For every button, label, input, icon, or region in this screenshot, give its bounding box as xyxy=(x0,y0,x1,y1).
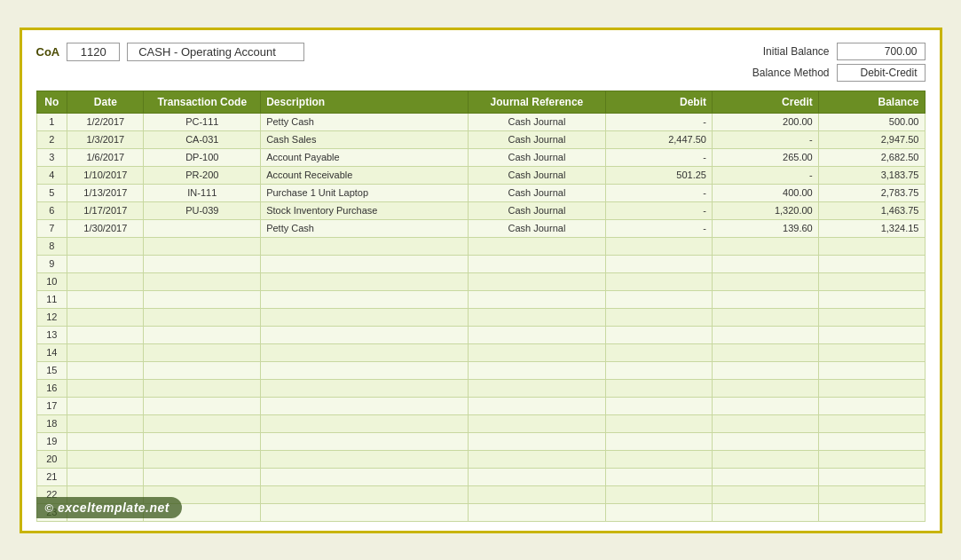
table-cell xyxy=(144,379,261,397)
table-cell: Cash Journal xyxy=(468,130,606,148)
table-row: 71/30/2017Petty CashCash Journal-139.601… xyxy=(36,219,925,237)
cash-journal-table: No Date Transaction Code Description Jou… xyxy=(36,91,926,522)
table-cell xyxy=(606,379,713,397)
table-cell: 15 xyxy=(36,361,67,379)
table-cell xyxy=(261,450,468,468)
col-header-desc: Description xyxy=(261,91,468,113)
table-cell xyxy=(713,326,819,343)
header-section: CoA 1120 CASH - Operating Account Initia… xyxy=(36,43,926,82)
table-cell xyxy=(818,485,925,503)
col-header-debit: Debit xyxy=(606,91,713,113)
table-cell xyxy=(67,450,144,468)
table-cell xyxy=(468,361,606,379)
table-cell xyxy=(67,255,144,272)
table-row: 19 xyxy=(36,432,925,450)
table-cell: 1,324.15 xyxy=(818,219,925,237)
coa-label: CoA xyxy=(36,45,60,59)
table-cell xyxy=(606,308,713,326)
table-cell xyxy=(818,468,925,485)
table-cell xyxy=(261,414,468,432)
table-cell xyxy=(67,326,144,343)
table-row: 11/2/2017PC-111Petty CashCash Journal-20… xyxy=(36,113,925,130)
table-cell xyxy=(713,237,819,255)
table-cell xyxy=(144,432,261,450)
table-cell xyxy=(606,237,713,255)
col-header-journal: Journal Reference xyxy=(468,91,606,113)
table-cell: - xyxy=(606,113,713,130)
table-cell: Cash Journal xyxy=(468,148,606,166)
table-cell: Cash Sales xyxy=(261,130,468,148)
table-cell xyxy=(713,343,819,361)
table-cell xyxy=(468,485,606,503)
table-cell xyxy=(67,414,144,432)
table-row: 18 xyxy=(36,414,925,432)
balance-method-row: Balance Method Debit-Credit xyxy=(732,64,926,82)
table-cell xyxy=(144,414,261,432)
col-header-transcode: Transaction Code xyxy=(144,91,261,113)
table-cell xyxy=(818,290,925,308)
table-cell xyxy=(606,272,713,290)
table-cell xyxy=(67,361,144,379)
table-cell xyxy=(468,237,606,255)
table-cell: 16 xyxy=(36,379,67,397)
table-cell: CA-031 xyxy=(144,130,261,148)
table-cell: 1/13/2017 xyxy=(67,184,144,201)
table-cell: 6 xyxy=(36,201,67,219)
table-cell xyxy=(468,414,606,432)
table-cell: 17 xyxy=(36,397,67,414)
table-cell: Account Payable xyxy=(261,148,468,166)
table-cell xyxy=(67,343,144,361)
table-cell: 500.00 xyxy=(818,113,925,130)
table-cell xyxy=(67,397,144,414)
balance-section: Initial Balance 700.00 Balance Method De… xyxy=(732,43,926,82)
table-cell xyxy=(713,503,819,521)
col-header-date: Date xyxy=(67,91,144,113)
table-cell xyxy=(144,468,261,485)
table-cell xyxy=(67,379,144,397)
table-cell: 1/6/2017 xyxy=(67,148,144,166)
table-cell: 1/2/2017 xyxy=(67,113,144,130)
table-cell xyxy=(144,272,261,290)
table-cell: 10 xyxy=(36,272,67,290)
table-cell: 200.00 xyxy=(713,113,819,130)
table-cell xyxy=(713,468,819,485)
table-cell: Petty Cash xyxy=(261,219,468,237)
table-cell xyxy=(261,290,468,308)
table-cell: - xyxy=(606,201,713,219)
table-cell xyxy=(818,255,925,272)
table-row: 12 xyxy=(36,308,925,326)
table-cell xyxy=(606,450,713,468)
table-cell xyxy=(261,237,468,255)
table-header-row: No Date Transaction Code Description Jou… xyxy=(36,91,925,113)
table-cell xyxy=(67,308,144,326)
table-cell xyxy=(713,272,819,290)
table-cell: Petty Cash xyxy=(261,113,468,130)
table-cell xyxy=(713,255,819,272)
table-cell: 14 xyxy=(36,343,67,361)
table-cell xyxy=(606,468,713,485)
table-cell xyxy=(261,432,468,450)
table-cell xyxy=(818,308,925,326)
table-cell: 2,947.50 xyxy=(818,130,925,148)
table-cell xyxy=(606,326,713,343)
table-row: 16 xyxy=(36,379,925,397)
table-cell xyxy=(818,397,925,414)
table-cell: 7 xyxy=(36,219,67,237)
table-cell: 21 xyxy=(36,468,67,485)
table-cell: 1,320.00 xyxy=(713,201,819,219)
table-row: 15 xyxy=(36,361,925,379)
table-cell: Cash Journal xyxy=(468,201,606,219)
table-cell xyxy=(468,503,606,521)
table-cell: 1/30/2017 xyxy=(67,219,144,237)
table-cell xyxy=(144,219,261,237)
table-cell xyxy=(261,503,468,521)
col-header-balance: Balance xyxy=(818,91,925,113)
table-cell xyxy=(713,450,819,468)
table-row: 14 xyxy=(36,343,925,361)
table-cell xyxy=(144,343,261,361)
table-cell xyxy=(713,432,819,450)
table-cell xyxy=(818,326,925,343)
table-cell xyxy=(144,397,261,414)
table-cell xyxy=(818,414,925,432)
table-cell: Cash Journal xyxy=(468,113,606,130)
